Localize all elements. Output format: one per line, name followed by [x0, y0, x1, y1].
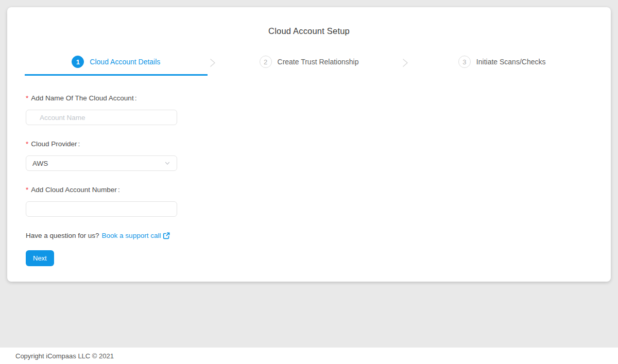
- next-button[interactable]: Next: [26, 250, 54, 266]
- required-asterisk: *: [26, 186, 28, 194]
- cloud-provider-label: *Cloud Provider:: [26, 140, 191, 148]
- required-asterisk: *: [26, 140, 28, 148]
- cloud-provider-select[interactable]: AWS: [26, 155, 177, 171]
- external-link-icon: [163, 232, 170, 239]
- account-name-label: *Add Name Of The Cloud Account:: [26, 94, 191, 102]
- cloud-provider-field: *Cloud Provider: AWS: [26, 140, 191, 171]
- chevron-right-icon: [402, 58, 408, 68]
- copyright-text: Copyright iCompaas LLC © 2021: [15, 352, 114, 360]
- chevron-right-icon: [210, 58, 216, 68]
- required-asterisk: *: [26, 94, 28, 102]
- step-cloud-account-details[interactable]: 1 Cloud Account Details: [25, 53, 208, 76]
- step-2-label: Create Trust Relationship: [278, 58, 359, 66]
- step-create-trust-relationship[interactable]: 2 Create Trust Relationship: [218, 53, 401, 76]
- account-name-input[interactable]: [26, 110, 177, 125]
- step-2-number: 2: [260, 56, 272, 68]
- account-number-label: *Add Cloud Account Number:: [26, 186, 191, 194]
- page-title: Cloud Account Setup: [7, 26, 611, 36]
- footer: Copyright iCompaas LLC © 2021: [0, 348, 618, 364]
- account-name-field: *Add Name Of The Cloud Account:: [26, 94, 191, 125]
- step-1-label: Cloud Account Details: [90, 58, 160, 66]
- step-3-number: 3: [458, 56, 471, 68]
- account-number-input[interactable]: [26, 201, 177, 217]
- setup-stepper: 1 Cloud Account Details 2 Create Trust R…: [25, 53, 593, 76]
- step-3-label: Initiate Scans/Checks: [476, 58, 546, 66]
- chevron-down-icon: [164, 160, 170, 166]
- cloud-account-setup-card: Cloud Account Setup 1 Cloud Account Deta…: [7, 7, 611, 282]
- account-number-field: *Add Cloud Account Number:: [26, 186, 191, 217]
- support-question-text: Have a question for us?: [26, 232, 99, 239]
- cloud-provider-selected-value: AWS: [32, 160, 48, 167]
- support-line: Have a question for us? Book a support c…: [26, 232, 191, 239]
- book-support-call-link[interactable]: Book a support call: [102, 232, 170, 239]
- step-1-number: 1: [72, 56, 84, 68]
- cloud-account-form: *Add Name Of The Cloud Account: *Cloud P…: [26, 94, 191, 266]
- step-initiate-scans-checks[interactable]: 3 Initiate Scans/Checks: [410, 53, 593, 76]
